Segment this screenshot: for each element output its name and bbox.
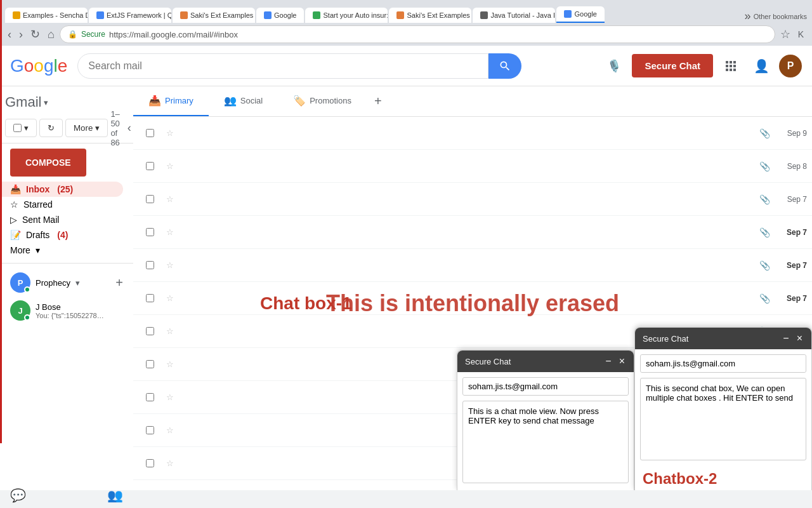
- home-button[interactable]: ⌂: [45, 25, 57, 44]
- add-chat-button[interactable]: +: [115, 276, 123, 290]
- select-all-checkbox[interactable]: [13, 124, 22, 132]
- row-star-1[interactable]: ☆: [161, 161, 179, 171]
- row-star-5[interactable]: ☆: [161, 293, 179, 303]
- sidebar-item-inbox[interactable]: 📥 Inbox (25): [0, 182, 123, 197]
- chatbox-2-close-button[interactable]: ×: [796, 333, 804, 344]
- browser-tab-1[interactable]: ExtJS Framework | Q:: [89, 8, 171, 23]
- back-button[interactable]: ‹: [5, 25, 14, 44]
- contacts-icon-btn[interactable]: 👥: [107, 488, 123, 490]
- search-button[interactable]: [488, 53, 521, 79]
- forward-button[interactable]: ›: [16, 25, 25, 44]
- chatbox-1-header[interactable]: Secure Chat − ×: [457, 351, 634, 372]
- browser-tab-5[interactable]: Saki's Ext Examples P:: [389, 8, 471, 23]
- table-row[interactable]: ☆ 📎 Sep 7: [133, 249, 812, 282]
- prev-page-button[interactable]: ‹: [125, 119, 133, 137]
- chatbox-1-email-input[interactable]: [463, 378, 628, 395]
- tab-primary[interactable]: 📥 Primary: [133, 86, 209, 116]
- row-date-5: Sep 7: [775, 294, 807, 303]
- secure-label: Secure: [81, 30, 105, 39]
- gmail-main: Gmail ▾ ▾ ↻ More ▾ 1–50 of 86 ‹ ›: [0, 86, 812, 490]
- more-button[interactable]: More ▾: [65, 119, 108, 137]
- chatbox-2-message-input[interactable]: [640, 378, 806, 460]
- add-tab-button[interactable]: +: [367, 86, 390, 116]
- row-star-4[interactable]: ☆: [161, 260, 179, 270]
- browser-tab-6[interactable]: Java Tutorial - Java In:: [473, 8, 555, 23]
- table-row[interactable]: ☆ 📎 Sep 7: [133, 216, 812, 249]
- microphone-icon-btn[interactable]: 🎙️: [601, 53, 627, 79]
- search-input[interactable]: [88, 60, 478, 72]
- row-date-3: Sep 7: [775, 228, 807, 237]
- row-star-3[interactable]: ☆: [161, 227, 179, 237]
- chatbox-1-close-button[interactable]: ×: [618, 356, 626, 367]
- browser-tab-2[interactable]: Saki's Ext Examples P:: [173, 8, 255, 23]
- reload-button[interactable]: ↻: [28, 25, 43, 44]
- browser-tab-7[interactable]: Google: [556, 6, 604, 23]
- browser-tab-bar: Examples - Sencha D ExtJS Framework | Q:…: [0, 0, 812, 23]
- row-checkbox-7[interactable]: [138, 360, 161, 368]
- row-checkbox-8[interactable]: [138, 393, 161, 401]
- row-meta-5: 📎 Sep 7: [759, 293, 807, 304]
- refresh-button[interactable]: ↻: [39, 119, 63, 137]
- chatbox-1-message-input[interactable]: [462, 401, 629, 483]
- compose-button[interactable]: COMPOSE: [10, 149, 86, 177]
- chatbox-2-minimize-button[interactable]: −: [782, 333, 790, 344]
- avatar[interactable]: P: [779, 55, 802, 77]
- row-date-0: Sep 9: [775, 129, 807, 138]
- chatbox-1-minimize-button[interactable]: −: [604, 356, 612, 367]
- row-star-7[interactable]: ☆: [161, 359, 179, 369]
- tab-label-0: Examples - Sencha D: [23, 11, 88, 19]
- sidebar-item-sent[interactable]: ▷ Sent Mail: [0, 212, 123, 227]
- more-tabs-btn[interactable]: »: [745, 10, 751, 23]
- row-checkbox-0[interactable]: [138, 129, 161, 137]
- browser-menu-btn[interactable]: K: [796, 27, 807, 42]
- tab-promotions[interactable]: 🏷️ Promotions: [278, 86, 367, 116]
- row-checkbox-4[interactable]: [138, 261, 161, 269]
- row-checkbox-5[interactable]: [138, 294, 161, 302]
- row-star-2[interactable]: ☆: [161, 194, 179, 204]
- row-star-10[interactable]: ☆: [161, 458, 179, 468]
- chat-user-prophecy[interactable]: P Prophecy ▾: [10, 269, 80, 297]
- online-indicator: [24, 286, 30, 293]
- chatbox-2-email-input[interactable]: [641, 355, 806, 372]
- chatbox-2-controls: − ×: [782, 333, 804, 344]
- tab-label-1: ExtJS Framework | Q:: [107, 11, 171, 19]
- bookmark-star-btn[interactable]: ☆: [778, 25, 793, 44]
- row-star-9[interactable]: ☆: [161, 425, 179, 435]
- sidebar-item-starred[interactable]: ☆ Starred: [0, 197, 123, 212]
- row-checkbox-9[interactable]: [138, 426, 161, 434]
- chat-icon-btn[interactable]: 💬: [10, 488, 26, 490]
- apps-icon-btn[interactable]: [718, 53, 743, 79]
- row-checkbox-6[interactable]: [138, 327, 161, 335]
- table-row[interactable]: ☆ 📎 Sep 7: [133, 183, 812, 216]
- row-checkbox-3[interactable]: [138, 228, 161, 236]
- select-dropdown-btn[interactable]: ▾: [5, 119, 37, 137]
- prophecy-name: Prophecy: [36, 278, 70, 288]
- sidebar-bottom: 💬 👥: [0, 488, 133, 490]
- secure-chat-header-button[interactable]: Secure Chat: [632, 54, 713, 77]
- row-checkbox-10[interactable]: [138, 459, 161, 467]
- browser-tab-0[interactable]: Examples - Sencha D: [5, 8, 88, 23]
- sidebar-item-more[interactable]: More ▾: [0, 243, 123, 258]
- row-star-8[interactable]: ☆: [161, 392, 179, 402]
- browser-tab-4[interactable]: Start your Auto insur:: [305, 8, 388, 23]
- account-icon-btn[interactable]: 👤: [749, 53, 774, 79]
- row-checkbox-2[interactable]: [138, 195, 161, 203]
- sidebar-item-drafts[interactable]: 📝 Drafts (4): [0, 227, 123, 243]
- row-star-0[interactable]: ☆: [161, 128, 179, 138]
- dropdown-arrow-icon[interactable]: ▾: [24, 123, 29, 133]
- row-star-6[interactable]: ☆: [161, 326, 179, 336]
- chatbox-2-header[interactable]: Secure Chat − ×: [635, 328, 811, 349]
- browser-tab-3[interactable]: Google: [256, 8, 304, 23]
- table-row[interactable]: ☆ 📎 Sep 7: [133, 282, 812, 315]
- more-nav-label: More: [10, 245, 30, 255]
- url-bar[interactable]: 🔒 Secure https://mail.google.com/mail/#i…: [60, 25, 775, 43]
- chat-user-jbose[interactable]: J J Bose You: {"ts":150522785633: [10, 297, 123, 324]
- gmail-dropdown-icon[interactable]: ▾: [44, 98, 48, 107]
- row-checkbox-1[interactable]: [138, 162, 161, 170]
- jbose-avatar: J: [10, 300, 30, 321]
- table-row[interactable]: ☆ 📎 Sep 9: [133, 117, 812, 150]
- tab-social[interactable]: 👥 Social: [209, 86, 278, 116]
- table-row[interactable]: ☆ 📎 Sep 8: [133, 150, 812, 183]
- attachment-icon: 📎: [759, 293, 770, 304]
- tab-label-2: Saki's Ext Examples P:: [190, 11, 255, 19]
